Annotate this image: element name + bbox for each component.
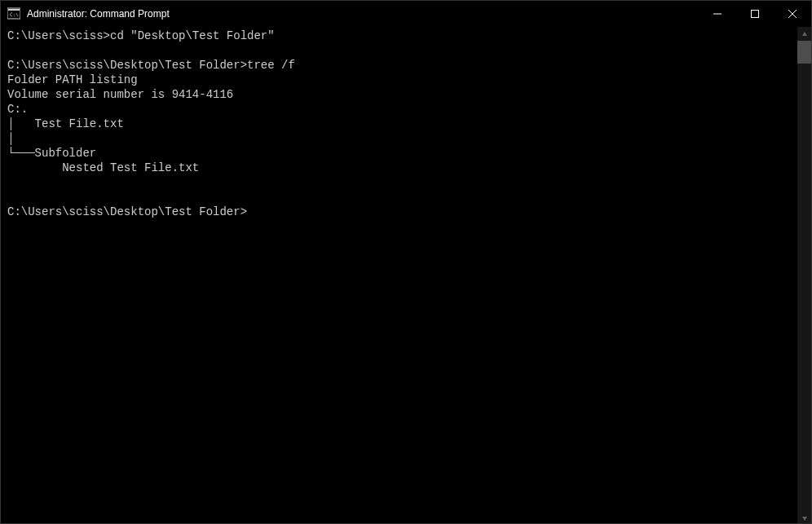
- window-title: Administrator: Command Prompt: [27, 8, 170, 20]
- scroll-thumb[interactable]: [797, 41, 811, 64]
- svg-rect-1: [8, 9, 20, 11]
- terminal-output[interactable]: C:\Users\sciss>cd "Desktop\Test Folder" …: [1, 27, 797, 524]
- scroll-up-arrow-icon[interactable]: [797, 27, 811, 41]
- svg-marker-8: [802, 517, 807, 521]
- terminal-area: C:\Users\sciss>cd "Desktop\Test Folder" …: [1, 27, 811, 524]
- svg-rect-4: [752, 11, 759, 18]
- svg-text:C:\: C:\: [10, 11, 19, 17]
- cmd-icon: C:\: [7, 7, 20, 20]
- minimize-button[interactable]: [699, 1, 736, 27]
- window-controls: [699, 1, 811, 27]
- scroll-down-arrow-icon[interactable]: [797, 511, 811, 524]
- scrollbar[interactable]: [797, 27, 811, 524]
- maximize-button[interactable]: [736, 1, 774, 27]
- svg-marker-7: [802, 32, 807, 36]
- titlebar[interactable]: C:\ Administrator: Command Prompt: [1, 1, 811, 27]
- close-button[interactable]: [774, 1, 811, 27]
